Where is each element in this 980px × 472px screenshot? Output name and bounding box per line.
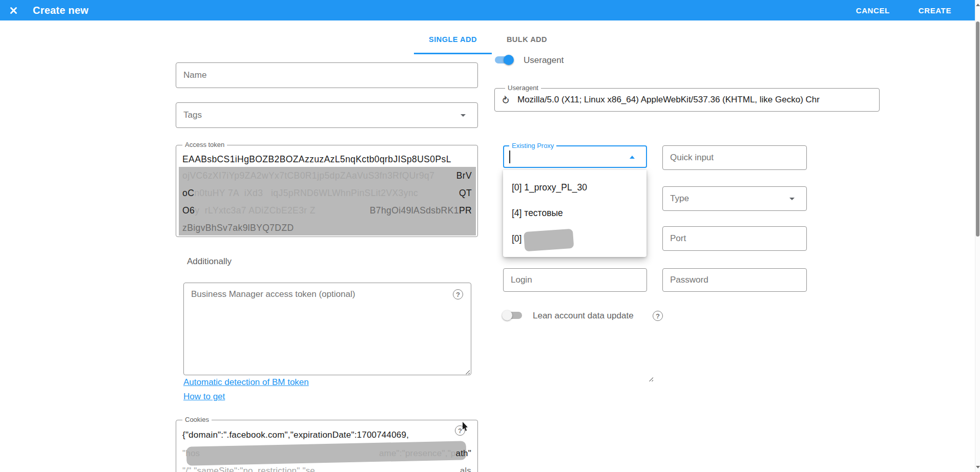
- tab-bar: SINGLE ADD BULK ADD: [414, 25, 562, 54]
- cookies-label: Cookies: [182, 416, 212, 423]
- toggle-thumb: [504, 55, 514, 65]
- redacted-text: ojVC6zXI7iYp9ZA2wYx7tCB0R1jp5dpZAaVuS3fn…: [182, 167, 456, 184]
- access-token-line: ojVC6zXI7iYp9ZA2wYx7tCB0R1jp5dpZAaVuS3fn…: [182, 167, 472, 184]
- cookies-line: "/","sameSite":"no_restriction","se als: [182, 463, 471, 472]
- chevron-up-icon[interactable]: [630, 156, 635, 159]
- scroll-up-arrow[interactable]: [976, 4, 980, 6]
- access-token-line: zBigvBhSv7ak9lBYQ7DZD: [182, 219, 472, 235]
- redacted-text: "hos: [182, 446, 200, 461]
- port-input[interactable]: [662, 226, 807, 251]
- login-input[interactable]: [503, 268, 647, 292]
- scrollbar-thumb[interactable]: [976, 22, 979, 237]
- lean-account-toggle-label: Lean account data update: [533, 311, 634, 321]
- redacted-text: y rLYxtc3a7 ADiZCbE2E3r Z: [195, 202, 370, 219]
- proxy-option-label: [4] тестовые: [512, 208, 563, 219]
- refresh-icon[interactable]: ⟳: [500, 96, 512, 104]
- bm-token-textarea[interactable]: [183, 283, 471, 375]
- access-token-text: PR: [459, 202, 472, 219]
- proxy-option-1[interactable]: [0] 1_proxy_PL_30: [503, 175, 647, 200]
- useragent-toggle[interactable]: [495, 55, 515, 65]
- useragent-field[interactable]: Useragent ⟳ Mozilla/5.0 (X11; Linux x86_…: [494, 88, 880, 112]
- cookies-text: ath": [456, 446, 471, 461]
- redacted-text: zBigvBhSv7ak9lBYQ7DZD: [182, 219, 294, 235]
- redaction-overlay: [524, 229, 574, 252]
- proxy-option-label: [0] 1_proxy_PL_30: [512, 182, 587, 193]
- toggle-thumb: [502, 310, 512, 320]
- chevron-down-icon[interactable]: [789, 198, 795, 200]
- access-token-line: O6 y rLYxtc3a7 ADiZCbE2E3r Z B7hgOi49lAS…: [182, 202, 472, 219]
- lean-account-toggle[interactable]: [503, 310, 524, 320]
- password-input[interactable]: [662, 268, 807, 292]
- text-cursor: [509, 151, 510, 163]
- active-tab-indicator: [414, 53, 492, 54]
- cookies-text: als: [460, 463, 471, 472]
- name-input[interactable]: [176, 62, 478, 88]
- tab-single-add-label: SINGLE ADD: [429, 35, 477, 44]
- create-new-dialog: Create new CANCEL CREATE SINGLE ADD BULK…: [0, 0, 980, 472]
- cancel-button[interactable]: CANCEL: [853, 2, 893, 19]
- close-button[interactable]: [7, 4, 19, 16]
- access-token-field[interactable]: Access token EAABsbCS1iHgBOZB2BOZAzzuzAz…: [176, 145, 478, 237]
- tab-bulk-add[interactable]: BULK ADD: [492, 25, 562, 54]
- tab-single-add[interactable]: SINGLE ADD: [414, 25, 492, 54]
- access-token-line: EAABsbCS1iHgBOZB2BOZAzzuzAzL5nqKctb0qrbJ…: [182, 151, 472, 168]
- help-icon[interactable]: ?: [653, 311, 663, 321]
- redaction-gap: [200, 446, 379, 461]
- quick-input[interactable]: [662, 145, 807, 170]
- scrollbar[interactable]: [975, 0, 980, 472]
- cookies-field[interactable]: Cookies {"domain":".facebook.com","expir…: [176, 420, 478, 472]
- access-token-line: oC n0tuHY 7A iXd3 iqJ5pRND6WLWhnPinSLit2…: [182, 184, 472, 202]
- access-token-text: BrV: [456, 167, 472, 184]
- chevron-down-icon[interactable]: [461, 114, 466, 117]
- access-token-text: oC: [182, 184, 194, 202]
- existing-proxy-select[interactable]: Existing Proxy: [503, 145, 647, 168]
- close-icon: [9, 6, 18, 15]
- redacted-text: "/","sameSite":"no_restriction","se: [182, 463, 460, 472]
- access-token-text: EAABsbCS1iHgBOZB2BOZAzzuzAzL5nqKctb0qrbJ…: [182, 151, 451, 168]
- proxy-option-label: [0]: [512, 233, 522, 244]
- proxy-option-3[interactable]: [0]: [503, 226, 647, 251]
- cookies-line: "hos ame":"presence","p ath": [182, 446, 471, 461]
- help-icon[interactable]: ?: [453, 289, 463, 299]
- useragent-toggle-label: Useragent: [524, 55, 564, 66]
- access-token-label: Access token: [182, 141, 227, 148]
- bm-auto-detect-link[interactable]: Automatic detection of BM token: [183, 377, 309, 388]
- access-token-text: B7hgOi49lASdsbRK1: [370, 202, 459, 219]
- access-token-text: O6: [182, 202, 195, 219]
- cookies-line: {"domain":".facebook.com","expirationDat…: [182, 427, 471, 443]
- useragent-value: Mozilla/5.0 (X11; Linux x86_64) AppleWeb…: [517, 89, 877, 111]
- redacted-text: n0tuHY 7A iXd3 iqJ5pRND6WLWhnPinSLit2VX3…: [194, 184, 459, 202]
- access-token-text: QT: [459, 184, 472, 202]
- resize-handle[interactable]: [648, 376, 653, 381]
- proxy-dropdown-menu: [0] 1_proxy_PL_30 [4] тестовые [0]: [503, 170, 647, 257]
- redaction-overlay: ojVC6zXI7iYp9ZA2wYx7tCB0R1jp5dpZAaVuS3fn…: [179, 167, 476, 235]
- tags-select[interactable]: [176, 102, 478, 128]
- dialog-title: Create new: [33, 5, 89, 16]
- additionally-label: Additionally: [187, 256, 232, 267]
- cookies-text: {"domain":".facebook.com","expirationDat…: [182, 427, 409, 443]
- tab-bulk-add-label: BULK ADD: [507, 35, 547, 44]
- existing-proxy-label: Existing Proxy: [509, 142, 556, 149]
- appbar: Create new CANCEL CREATE: [0, 0, 975, 20]
- scroll-down-arrow[interactable]: [976, 466, 980, 468]
- create-button[interactable]: CREATE: [915, 2, 954, 19]
- redacted-text: ame":"presence","p: [379, 446, 456, 461]
- how-to-get-link[interactable]: How to get: [183, 392, 225, 402]
- type-select[interactable]: [662, 186, 807, 211]
- proxy-option-2[interactable]: [4] тестовые: [503, 200, 647, 226]
